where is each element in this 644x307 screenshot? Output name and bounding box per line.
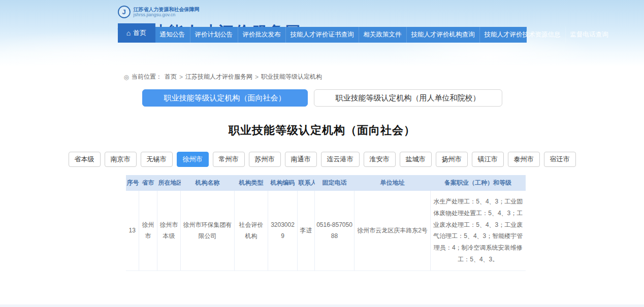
footer: 中 党政机关 关于本站 | 网站地图 | 联系我们 版权所有：江苏省人力资源和社…: [0, 304, 644, 307]
table-row: 13 徐州市 徐州市本级 徐州市环保集团有限公司 社会评价机构 32030029…: [126, 191, 526, 270]
city-filter-huaian[interactable]: 淮安市: [364, 152, 396, 167]
cell-province: 徐州市: [139, 191, 157, 270]
nav-item-supervision-phone[interactable]: 监督电话查询: [565, 27, 613, 43]
city-filter-suzhou[interactable]: 苏州市: [249, 152, 281, 167]
breadcrumb-label: 当前位置：: [132, 73, 162, 81]
header: J 江苏省人力资源和社会保障网 jshrss.jiangsu.gov.cn 江苏…: [0, 0, 644, 66]
hrss-logo-icon: J: [118, 6, 131, 18]
site-logo[interactable]: J 江苏省人力资源和社会保障网 jshrss.jiangsu.gov.cn: [118, 0, 527, 18]
footer-links: 关于本站 | 网站地图 | 联系我们: [0, 304, 644, 307]
city-filter-lianyungang[interactable]: 连云港市: [321, 152, 360, 167]
page-title: 职业技能等级认定机构（面向社会）: [118, 123, 527, 138]
tab-employer-school-orgs[interactable]: 职业技能等级认定机构（用人单位和院校）: [314, 89, 502, 107]
city-filter-yancheng[interactable]: 盐城市: [400, 152, 432, 167]
col-header-area: 所在地区: [157, 175, 181, 191]
cell-contact: 李进: [298, 191, 315, 270]
nav-item-cert-query[interactable]: 技能人才评价证书查询: [285, 27, 359, 43]
tab-social-orgs[interactable]: 职业技能等级认定机构（面向社会）: [142, 89, 308, 107]
col-header-org-code: 机构编码: [268, 175, 298, 191]
nav-item-eval-batch[interactable]: 评价批次发布: [238, 27, 285, 43]
breadcrumb: ◎ 当前位置： 首页 > 江苏技能人才评价服务网 > 职业技能等级认定机构: [118, 66, 527, 81]
city-filter-provincial[interactable]: 省本级: [69, 152, 101, 167]
city-filter-nantong[interactable]: 南通市: [285, 152, 317, 167]
nav-home-label: 首页: [133, 28, 146, 38]
cell-phone: 0516-85705088: [315, 191, 355, 270]
col-header-phone: 固定电话: [315, 175, 355, 191]
breadcrumb-site[interactable]: 江苏技能人才评价服务网: [185, 73, 252, 81]
table-header-row: 序号 省市 所在地区 机构名称 机构类型 机构编码 联系人 固定电话 单位地址 …: [126, 175, 526, 191]
city-filter-nanjing[interactable]: 南京市: [105, 152, 137, 167]
cell-no: 13: [126, 191, 139, 270]
home-icon: ⌂: [126, 29, 131, 37]
logo-site-name: 江苏省人力资源和社会保障网: [134, 7, 200, 13]
col-header-org-name: 机构名称: [181, 175, 235, 191]
cell-address: 徐州市云龙区庆丰路东2号: [355, 191, 431, 270]
col-header-province: 省市: [139, 175, 157, 191]
main-nav: ⌂ 首页 通知公告 评价计划公告 评价批次发布 技能人才评价证书查询 相关政策文…: [118, 27, 527, 43]
cell-org-name: 徐州市环保集团有限公司: [181, 191, 235, 270]
nav-item-eval-plan[interactable]: 评价计划公告: [190, 27, 238, 43]
logo-site-url: jshrss.jiangsu.gov.cn: [134, 12, 200, 17]
col-header-address: 单位地址: [355, 175, 431, 191]
nav-item-tech-resources[interactable]: 技能人才评价技术资源信息: [479, 27, 565, 43]
breadcrumb-home[interactable]: 首页: [165, 73, 177, 81]
cell-org-code: 32030029: [268, 191, 298, 270]
org-table-wrap: 序号 省市 所在地区 机构名称 机构类型 机构编码 联系人 固定电话 单位地址 …: [126, 175, 526, 271]
nav-item-org-query[interactable]: 技能人才评价机构查询: [406, 27, 479, 43]
city-filter-suqian[interactable]: 宿迁市: [544, 152, 576, 167]
nav-item-home[interactable]: ⌂ 首页: [118, 23, 155, 43]
city-filter-xuzhou[interactable]: 徐州市: [177, 152, 209, 167]
city-filter-zhenjiang[interactable]: 镇江市: [472, 152, 504, 167]
city-filter-wuxi[interactable]: 无锡市: [141, 152, 173, 167]
org-table: 序号 省市 所在地区 机构名称 机构类型 机构编码 联系人 固定电话 单位地址 …: [126, 175, 526, 271]
cell-org-type: 社会评价机构: [235, 191, 268, 270]
breadcrumb-current: 职业技能等级认定机构: [261, 73, 322, 81]
breadcrumb-separator: >: [255, 74, 259, 81]
city-filter-bar: 省本级 南京市 无锡市 徐州市 常州市 苏州市 南通市 连云港市 淮安市 盐城市…: [118, 152, 527, 167]
city-filter-changzhou[interactable]: 常州市: [213, 152, 245, 167]
cell-jobs: 水生产处理工：5、4、3；工业固体废物处理处置工：5、4、3；工业废水处理工：5…: [431, 191, 526, 270]
category-tabs: 职业技能等级认定机构（面向社会） 职业技能等级认定机构（用人单位和院校）: [118, 89, 527, 107]
city-filter-taizhou[interactable]: 泰州市: [508, 152, 540, 167]
col-header-org-type: 机构类型: [235, 175, 268, 191]
location-pin-icon: ◎: [124, 74, 129, 81]
cell-area: 徐州市本级: [157, 191, 181, 270]
col-header-jobs: 备案职业（工种）和等级: [431, 175, 526, 191]
breadcrumb-separator: >: [179, 74, 183, 81]
col-header-no: 序号: [126, 175, 139, 191]
nav-item-notices[interactable]: 通知公告: [155, 27, 190, 43]
col-header-contact: 联系人: [298, 175, 315, 191]
city-filter-yangzhou[interactable]: 扬州市: [436, 152, 468, 167]
nav-item-policy-docs[interactable]: 相关政策文件: [359, 27, 406, 43]
